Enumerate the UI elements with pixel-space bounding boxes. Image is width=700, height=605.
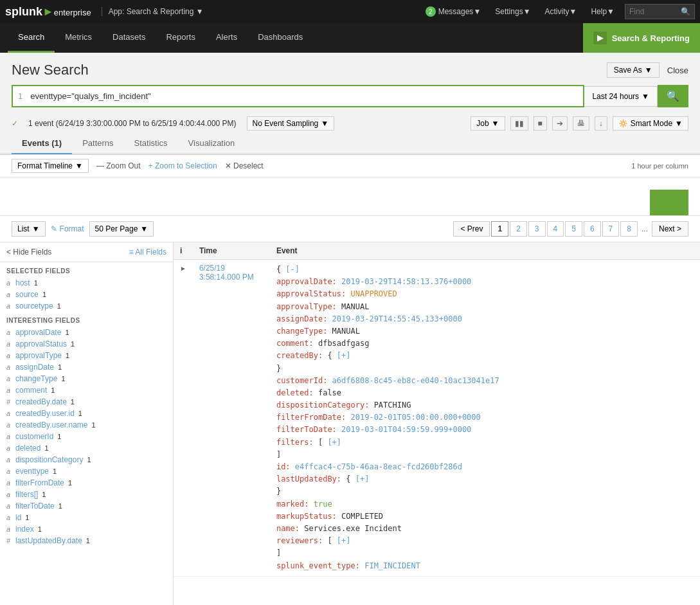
field-filterFromDate[interactable]: afilterFromDate1 — [0, 477, 173, 489]
table-row: ► 6/25/19 3:58:14.000 PM { [-] approval — [174, 260, 700, 577]
search-button[interactable]: 🔍 — [658, 85, 688, 107]
save-as-button[interactable]: Save As ▼ — [607, 62, 660, 78]
page-title: New Search — [12, 62, 89, 78]
field-id[interactable]: aid1 — [0, 512, 173, 523]
timeline-chart — [0, 177, 700, 216]
result-tabs: Events (1) Patterns Statistics Visualiza… — [0, 133, 700, 154]
zoom-selection-button[interactable]: + Zoom to Selection — [148, 161, 217, 170]
page-5-button[interactable]: 5 — [565, 221, 582, 237]
main-content: < Hide Fields ≡ All Fields SELECTED FIEL… — [0, 242, 700, 605]
field-approvalStatus[interactable]: aapprovalStatus1 — [0, 338, 173, 350]
close-button[interactable]: Close — [667, 66, 688, 75]
field-customerId[interactable]: acustomerId1 — [0, 431, 173, 442]
help-nav[interactable]: Help ▼ — [584, 0, 621, 23]
status-check-icon: ✓ — [12, 119, 18, 128]
job-button[interactable]: Job ▼ — [471, 116, 505, 131]
field-eventtype[interactable]: aeventtype1 — [0, 465, 173, 477]
tab-reports[interactable]: Reports — [156, 23, 206, 53]
print-button[interactable]: 🖶 — [573, 116, 589, 131]
messages-nav[interactable]: 2 Messages ▼ — [419, 0, 488, 23]
page-7-button[interactable]: 7 — [602, 221, 620, 237]
field-createdBy-userId[interactable]: acreatedBy.user.id1 — [0, 408, 173, 419]
activity-nav[interactable]: Activity ▼ — [539, 0, 584, 23]
line-number: 1 — [13, 91, 28, 101]
tab-search[interactable]: Search — [8, 23, 55, 53]
col-event: Event — [270, 242, 700, 260]
field-assignDate[interactable]: aassignDate1 — [0, 361, 173, 373]
interesting-fields-title: INTERESTING FIELDS — [0, 312, 173, 327]
result-tab-events[interactable]: Events (1) — [12, 133, 72, 154]
field-filterToDate[interactable]: afilterToDate1 — [0, 500, 173, 512]
list-button[interactable]: List ▼ — [12, 221, 46, 237]
timeline-bar — [650, 190, 688, 215]
timeline-controls: Format Timeline ▼ — Zoom Out + Zoom to S… — [0, 154, 700, 177]
selected-fields-title: SELECTED FIELDS — [0, 262, 173, 277]
field-sourcetype[interactable]: a sourcetype 1 — [0, 300, 173, 312]
field-createdBy-date[interactable]: #createdBy.date1 — [0, 396, 173, 408]
field-comment[interactable]: acomment1 — [0, 384, 173, 396]
tab-datasets[interactable]: Datasets — [102, 23, 156, 53]
prev-button[interactable]: < Prev — [453, 221, 490, 237]
page-4-button[interactable]: 4 — [547, 221, 564, 237]
hide-fields-button[interactable]: < Hide Fields — [6, 248, 51, 257]
field-lastUpdatedBy-date[interactable]: #lastUpdatedBy.date1 — [0, 535, 173, 546]
find-search-icon: 🔍 — [681, 7, 690, 16]
field-approvalType[interactable]: aapprovalType1 — [0, 350, 173, 361]
result-tab-patterns[interactable]: Patterns — [72, 133, 123, 154]
logo: splunk►enterprise — [5, 5, 91, 19]
pagination-area: List ▼ ✎ Format 50 Per Page ▼ < Prev 1 2… — [0, 216, 700, 242]
field-filters[interactable]: afilters[]1 — [0, 489, 173, 500]
find-box[interactable]: 🔍 — [625, 4, 695, 19]
field-deleted[interactable]: adeleted1 — [0, 442, 173, 454]
page-8-button[interactable]: 8 — [620, 221, 638, 237]
tab-alerts[interactable]: Alerts — [206, 23, 247, 53]
stop-button[interactable]: ■ — [534, 116, 547, 131]
play-icon: ▶ — [593, 32, 607, 44]
result-tab-visualization[interactable]: Visualization — [178, 133, 246, 154]
search-input[interactable] — [28, 86, 583, 106]
page-2-button[interactable]: 2 — [510, 221, 527, 237]
messages-badge: 2 — [426, 6, 436, 17]
top-bar: splunk►enterprise App: Search & Reportin… — [0, 0, 700, 23]
settings-nav[interactable]: Settings ▼ — [489, 0, 537, 23]
page-content: New Search Save As ▼ Close 1 Last 24 hou… — [0, 53, 700, 605]
page-1-button[interactable]: 1 — [491, 221, 508, 237]
share-button[interactable]: ➔ — [552, 116, 568, 131]
next-button[interactable]: Next > — [652, 221, 688, 237]
expand-button[interactable]: ► — [180, 265, 186, 272]
col-info: i — [174, 242, 193, 260]
smart-mode-button[interactable]: 🔅 Smart Mode ▼ — [613, 116, 688, 131]
search-input-wrapper: 1 — [12, 85, 584, 107]
header-actions: Save As ▼ Close — [607, 62, 688, 78]
format-button[interactable]: ✎ Format — [51, 224, 84, 233]
export-button[interactable]: ↓ — [595, 116, 607, 131]
page-ellipsis: ... — [639, 224, 651, 233]
per-page-button[interactable]: 50 Per Page ▼ — [89, 221, 154, 237]
deselect-button[interactable]: ✕ Deselect — [225, 161, 264, 170]
search-bar-area: 1 Last 24 hours ▼ 🔍 — [0, 85, 700, 114]
zoom-out-button[interactable]: — Zoom Out — [96, 161, 141, 170]
event-content: { [-] approvalDate: 2019-03-29T14:58:13.… — [276, 264, 694, 572]
field-host[interactable]: a host 1 — [0, 277, 173, 289]
field-source[interactable]: a source 1 — [0, 289, 173, 300]
field-createdBy-userName[interactable]: acreatedBy.user.name1 — [0, 419, 173, 431]
status-bar: ✓ 1 event (6/24/19 3:30:00.000 PM to 6/2… — [0, 114, 700, 133]
sampling-button[interactable]: No Event Sampling ▼ — [247, 116, 335, 131]
field-changeType[interactable]: achangeType1 — [0, 373, 173, 384]
result-tab-statistics[interactable]: Statistics — [124, 133, 178, 154]
tab-dashboards[interactable]: Dashboards — [247, 23, 313, 53]
time-range-button[interactable]: Last 24 hours ▼ — [584, 86, 658, 107]
page-6-button[interactable]: 6 — [584, 221, 601, 237]
tab-metrics[interactable]: Metrics — [55, 23, 102, 53]
page-3-button[interactable]: 3 — [528, 221, 546, 237]
events-table: i Time Event ► 6/25/19 3:58:14.000 P — [174, 242, 700, 577]
format-timeline-button[interactable]: Format Timeline ▼ — [12, 159, 89, 173]
field-dispositionCategory[interactable]: adispositionCategory1 — [0, 454, 173, 465]
search-reporting-button[interactable]: ▶ Search & Reporting — [583, 23, 700, 53]
field-index[interactable]: aindex1 — [0, 523, 173, 535]
app-label[interactable]: App: Search & Reporting ▼ — [102, 7, 204, 16]
field-approvalDate[interactable]: aapprovalDate1 — [0, 327, 173, 338]
all-fields-button[interactable]: ≡ All Fields — [129, 248, 166, 257]
pause-button[interactable]: ▮▮ — [510, 116, 528, 131]
find-input[interactable] — [629, 7, 681, 16]
